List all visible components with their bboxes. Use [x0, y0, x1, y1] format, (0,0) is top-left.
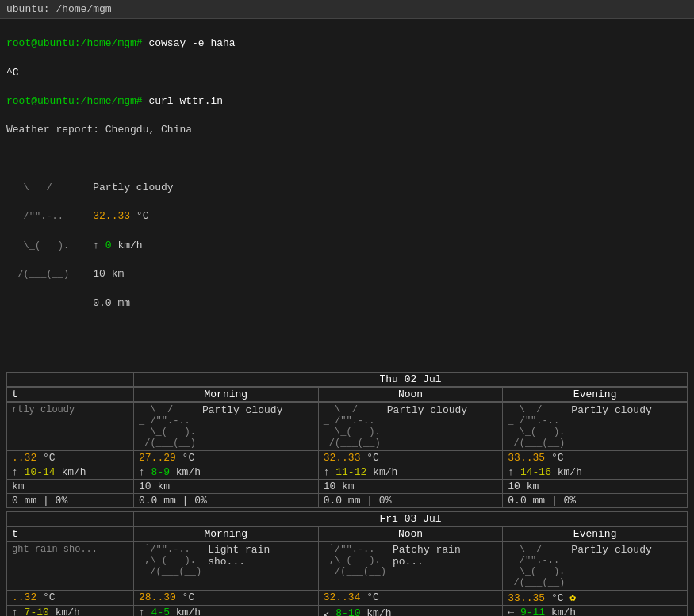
fri-noon-wind: ↙ 8-10 km/h — [318, 605, 503, 616]
prompt-2: root@ubuntu:/home/mgm# — [6, 95, 143, 107]
thu-empty-left — [7, 372, 134, 386]
cmd-line-2: root@ubuntu:/home/mgm# curl wttr.in — [6, 94, 688, 109]
thu-morning-precip: 0.0 mm | 0% — [134, 493, 319, 507]
fri-morning-condition: _`/"".-.. ,\_( ). /(___(__) Light rain s… — [134, 541, 319, 590]
title-bar: ubuntu: /home/mgm — [0, 0, 694, 19]
thu-left-ascii: rtly cloudy — [7, 402, 134, 450]
current-weather-line5: 0.0 mm — [6, 297, 688, 311]
thu-morning-condition: \ / _ /"".-.. \_( ). /(___(__) Partly cl… — [134, 402, 319, 450]
thu-morning-header: Morning — [134, 387, 319, 401]
thu-evening-temp: 33..35 °C — [503, 450, 688, 465]
fri-row-wind: ↑ 7-10 km/h ↑ 4-5 km/h ↙ 8-10 km/h ← 9-1… — [7, 605, 688, 616]
thu-morning-cond-text: Partly cloudy — [202, 404, 282, 416]
ctrl-c: ^C — [6, 66, 688, 80]
fri-noon-condition: _`/"".-.. ,\_( ). /(___(__) Patchy rain … — [318, 541, 503, 590]
thu-date-cell: Thu 02 Jul — [134, 372, 688, 386]
thu-noon-header: Noon — [318, 387, 503, 401]
fri-row-condition: ght rain sho... _`/"".-.. ,\_( ). /(___(… — [7, 541, 688, 590]
fri-evening-header: Evening — [503, 526, 688, 541]
prompt-1: root@ubuntu:/home/mgm# — [6, 37, 143, 49]
thu-left-wind: ↑ 10-14 km/h — [7, 465, 134, 479]
fri-header-table: t Morning Noon Evening — [6, 526, 688, 541]
fri-noon-temp: 32..34 °C — [318, 590, 503, 605]
fri-noon-cond-text: Patchy rain po... — [393, 544, 497, 568]
fri-evening-cond-text: Partly cloudy — [571, 544, 651, 556]
current-weather-line4: /(___(__) 10 km — [6, 267, 688, 281]
weather-report-header: Weather report: Chengdu, China — [6, 123, 688, 137]
thu-left-precip: 0 mm | 0% — [7, 493, 134, 507]
fri-empty-left — [7, 511, 134, 526]
thu-date-table: Thu 02 Jul — [6, 372, 688, 387]
fri-morning-wind: ↑ 4-5 km/h — [134, 605, 319, 616]
cmd-line-1: root@ubuntu:/home/mgm# cowsay -e haha — [6, 36, 688, 51]
title-text: ubuntu: /home/mgm — [6, 3, 112, 15]
current-weather-line1: \ / Partly cloudy — [6, 181, 688, 195]
current-weather-line2: _ /"".-.. 32..33 °C — [6, 209, 688, 224]
thu-evening-cond-text: Partly cloudy — [571, 404, 651, 416]
thu-noon-temp: 32..33 °C — [318, 450, 503, 465]
fri-date-cell: Fri 03 Jul — [134, 511, 688, 526]
fri-morning-header: Morning — [134, 526, 319, 541]
thu-noon-vis: 10 km — [318, 479, 503, 493]
thu-row-temp: ..32 °C 27..29 °C 32..33 °C 33..35 °C — [7, 450, 688, 465]
thu-noon-condition: \ / _ /"".-.. \_( ). /(___(__) Partly cl… — [318, 402, 503, 450]
thu-left-vis: km — [7, 479, 134, 493]
terminal-content: root@ubuntu:/home/mgm# cowsay -e haha ^C… — [0, 19, 694, 372]
terminal-window: ubuntu: /home/mgm root@ubuntu:/home/mgm#… — [0, 0, 694, 616]
fri-left-temp: ..32 °C — [7, 590, 134, 605]
fri-weather-table: ght rain sho... _`/"".-.. ,\_( ). /(___(… — [6, 541, 688, 617]
thu-weather-table: rtly cloudy \ / _ /"".-.. \_( ). /(___(_… — [6, 402, 688, 508]
thu-noon-wind: ↑ 11-12 km/h — [318, 465, 503, 479]
fri-left-wind: ↑ 7-10 km/h — [7, 605, 134, 616]
thu-noon-precip: 0.0 mm | 0% — [318, 493, 503, 507]
fri-date-table: Fri 03 Jul — [6, 511, 688, 526]
fri-evening-condition: \ / _ /"".-.. \_( ). /(___(__) Partly cl… — [503, 541, 688, 590]
fri-section: Fri 03 Jul t Morning Noon Evening — [0, 508, 694, 617]
thu-noon-cond-text: Partly cloudy — [387, 404, 467, 416]
thu-row-precip: 0 mm | 0% 0.0 mm | 0% 0.0 mm | 0% 0.0 mm… — [7, 493, 688, 507]
fri-row-temp: ..32 °C 28..30 °C 32..34 °C 33..35 °C ✿ — [7, 590, 688, 605]
fri-noon-header: Noon — [318, 526, 503, 541]
thu-evening-condition: \ / _ /"".-.. \_( ). /(___(__) Partly cl… — [503, 402, 688, 450]
thu-first-header: t — [7, 387, 134, 401]
thu-morning-temp: 27..29 °C — [134, 450, 319, 465]
current-weather-line3: \_( ). ↑ 0 km/h — [6, 239, 688, 253]
thu-evening-precip: 0.0 mm | 0% — [503, 493, 688, 507]
thu-morning-wind: ↑ 8-9 km/h — [134, 465, 319, 479]
thu-section: Thu 02 Jul t Morning Noon Evening — [0, 372, 694, 508]
thu-left-temp: ..32 °C — [7, 450, 134, 465]
thu-evening-wind: ↑ 14-16 km/h — [503, 465, 688, 479]
fri-morning-temp: 28..30 °C — [134, 590, 319, 605]
thu-row-condition: rtly cloudy \ / _ /"".-.. \_( ). /(___(_… — [7, 402, 688, 450]
thu-row-vis: km 10 km 10 km 10 km — [7, 479, 688, 493]
fri-evening-temp: 33..35 °C ✿ — [503, 590, 688, 605]
fri-evening-wind: ← 9-11 km/h — [503, 605, 688, 616]
thu-evening-vis: 10 km — [503, 479, 688, 493]
thu-evening-header: Evening — [503, 387, 688, 401]
fri-morning-cond-text: Light rain sho... — [208, 544, 312, 568]
fri-left-ascii: ght rain sho... — [7, 541, 134, 590]
thu-row-wind: ↑ 10-14 km/h ↑ 8-9 km/h ↑ 11-12 km/h ↑ 1… — [7, 465, 688, 479]
thu-morning-vis: 10 km — [134, 479, 319, 493]
thu-header-table: t Morning Noon Evening — [6, 387, 688, 402]
fri-first-header: t — [7, 526, 134, 541]
